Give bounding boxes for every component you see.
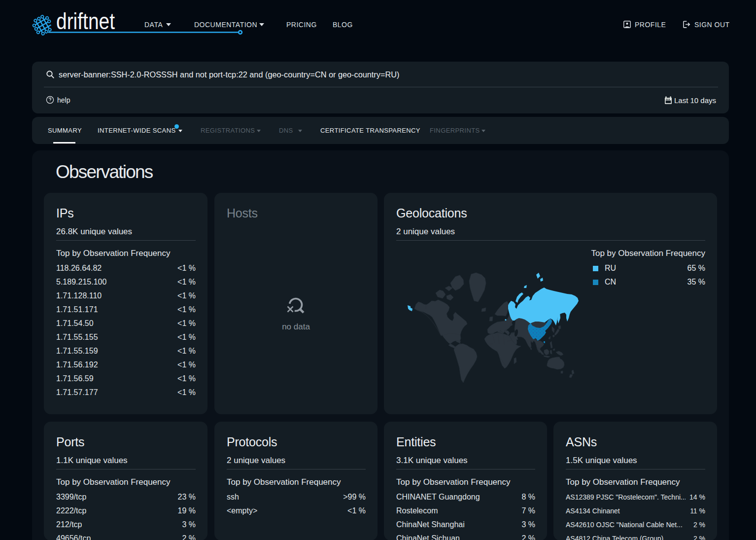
svg-text:driftnet: driftnet <box>56 11 115 34</box>
